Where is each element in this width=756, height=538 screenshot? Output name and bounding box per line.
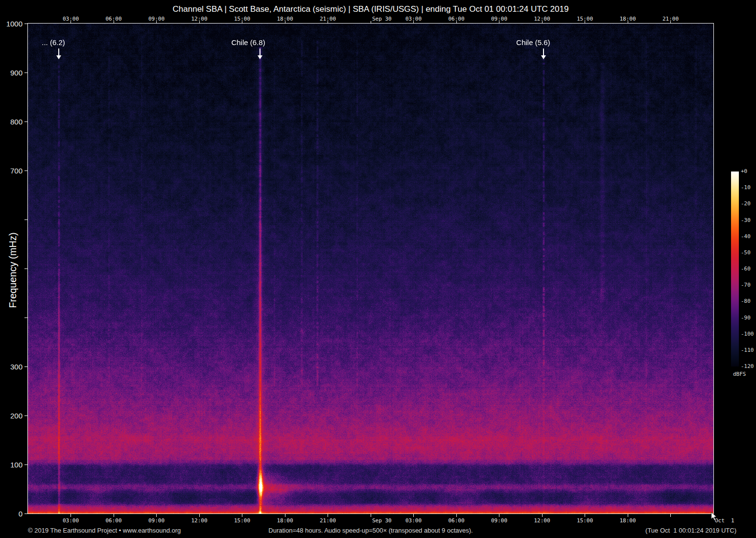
frequency-tick-label: 800 (0, 118, 23, 125)
frequency-axis-label: Frequency (mHz) (7, 217, 19, 324)
spectrogram-screen: Channel SBA | Scott Base, Antarctica (se… (0, 0, 756, 538)
time-tick-label: 06:00 (448, 16, 464, 22)
frequency-tick (24, 220, 28, 220)
frequency-tick (24, 416, 28, 416)
frequency-tick-label: 1000 (0, 20, 23, 27)
time-tick-label: 06:00 (105, 518, 121, 523)
time-tick-label: 21:00 (320, 518, 336, 523)
time-tick-label: 18:00 (277, 518, 293, 523)
frequency-tick-label: 200 (0, 412, 23, 419)
time-tick-label: 15:00 (234, 518, 250, 523)
colorbar-unit-label: dBFS (733, 371, 746, 377)
colorbar-tick-label: -90 (741, 315, 751, 321)
arrow-down-icon (541, 55, 546, 59)
event-annotation-arrow (260, 49, 260, 55)
colorbar-tick-label: -80 (741, 298, 751, 304)
time-tick-label: 15:00 (577, 518, 593, 523)
time-tick-label: 09:00 (148, 16, 165, 22)
colorbar-tick-label: -100 (741, 331, 754, 337)
time-tick-label: 18:00 (619, 16, 636, 22)
time-tick-label: 15:00 (577, 16, 593, 22)
event-annotation-arrow (543, 49, 544, 55)
arrow-down-icon (56, 55, 61, 59)
time-tick-label: 09:00 (491, 518, 507, 523)
colorbar-tick-label: -60 (741, 266, 751, 272)
mouse-cursor (710, 512, 717, 521)
time-tick (456, 514, 457, 517)
time-tick-label: 09:00 (491, 16, 507, 22)
colorbar-tick-label: -30 (741, 218, 751, 223)
page-title: Channel SBA | Scott Base, Antarctica (se… (28, 4, 713, 14)
time-tick-label: Oct 1 (715, 518, 734, 523)
time-tick (499, 514, 499, 517)
colorbar-tick-label: -40 (741, 234, 751, 240)
colorbar-tick-label: -70 (741, 282, 751, 288)
time-tick-label: 21:00 (662, 16, 679, 22)
time-tick-label: 12:00 (534, 16, 550, 22)
time-tick-label: 18:00 (277, 16, 293, 22)
frequency-tick (24, 465, 28, 465)
frequency-tick (24, 171, 28, 171)
colorbar-gradient (731, 171, 739, 367)
footer-duration-info: Duration=48 hours. Audio speed-up=500× (… (28, 527, 713, 534)
frequency-tick-label: 300 (0, 363, 23, 370)
time-tick (413, 514, 414, 517)
colorbar-tick-label: -10 (741, 185, 751, 191)
frequency-tick (24, 122, 28, 122)
frequency-tick (24, 514, 28, 514)
time-tick-label: 03:00 (405, 16, 422, 22)
colorbar-tick-label: -20 (741, 201, 751, 207)
frequency-tick (24, 73, 28, 73)
frequency-tick-label: 0 (0, 510, 23, 517)
time-tick-label: 12:00 (534, 518, 550, 523)
colorbar-tick-label: -50 (741, 250, 751, 256)
frequency-tick-label: 700 (0, 167, 23, 174)
time-tick (628, 514, 628, 517)
time-tick (371, 514, 371, 517)
frequency-tick (24, 318, 28, 318)
time-tick-label: 03:00 (405, 518, 422, 523)
footer-end-timestamp: (Tue Oct 1 00:01:24 2019 UTC) (645, 527, 736, 534)
time-tick (114, 514, 114, 517)
frequency-tick (24, 367, 28, 367)
time-tick-label: 09:00 (148, 518, 165, 523)
time-tick-label: Sep 30 (372, 518, 392, 523)
time-tick-label: Sep 30 (372, 16, 392, 22)
time-tick (371, 21, 371, 24)
frequency-tick (24, 269, 28, 269)
time-tick-label: 12:00 (191, 16, 207, 22)
time-tick (542, 514, 543, 517)
frequency-tick (24, 24, 28, 24)
time-tick-label: 03:00 (63, 518, 79, 523)
time-tick (156, 514, 157, 517)
time-tick-label: 12:00 (191, 518, 207, 523)
event-annotation-arrow (58, 49, 59, 55)
arrow-down-icon (258, 55, 262, 59)
colorbar-tick-label: -110 (741, 347, 754, 353)
time-tick (242, 514, 242, 517)
time-tick (328, 514, 328, 517)
event-annotation-label: Chile (5.6) (516, 38, 550, 47)
colorbar-tick-label: +0 (741, 169, 747, 174)
frequency-tick-label: 900 (0, 69, 23, 76)
event-annotation-label: ... (6.2) (42, 38, 65, 47)
time-tick-label: 15:00 (234, 16, 250, 22)
time-tick (285, 514, 285, 517)
time-tick (71, 514, 71, 517)
time-tick-label: 06:00 (448, 518, 464, 523)
time-tick (199, 514, 200, 517)
spectrogram-image (28, 24, 713, 514)
colorbar-tick-label: -120 (741, 364, 754, 369)
time-tick-label: 06:00 (105, 16, 121, 22)
time-tick-label: 21:00 (320, 16, 336, 22)
time-tick-label: 03:00 (63, 16, 79, 22)
time-tick (670, 514, 671, 517)
frequency-tick-label: 100 (0, 461, 23, 468)
event-annotation-label: Chile (6.8) (231, 38, 265, 47)
time-tick-label: 18:00 (619, 518, 636, 523)
time-tick (585, 514, 585, 517)
